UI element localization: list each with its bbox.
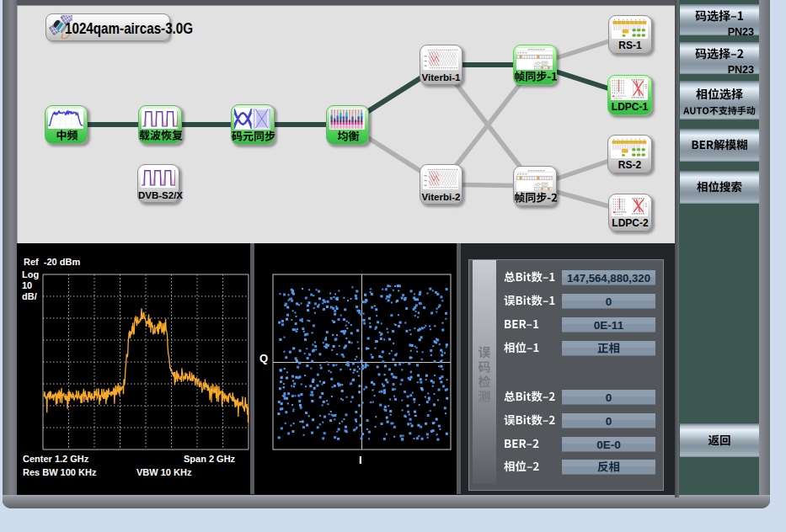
svg-text:0: 0 — [606, 415, 612, 428]
svg-text:0E-11: 0E-11 — [594, 319, 624, 332]
svg-text:147,564,880,320: 147,564,880,320 — [567, 272, 650, 285]
svg-text:0: 0 — [606, 391, 612, 404]
svg-text:0: 0 — [606, 295, 612, 308]
svg-text:PN23: PN23 — [728, 26, 754, 36]
svg-text:PN23: PN23 — [728, 64, 754, 75]
svg-text:0E-0: 0E-0 — [596, 439, 621, 451]
